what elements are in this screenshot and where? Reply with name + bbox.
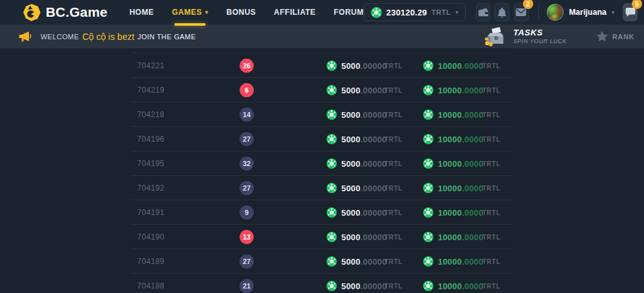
bet-amount-decimals: .00000	[361, 207, 387, 217]
table-row[interactable]: 704219 6 5000.00000 TRTL 10000.0000 TRTL	[131, 77, 513, 102]
coin-icon	[423, 134, 433, 144]
win-amount-main: 10000	[438, 256, 462, 266]
messages-badge: 2	[523, 0, 533, 9]
result-badge: 9	[240, 205, 254, 220]
result-badge: 26	[240, 59, 254, 73]
chat-icon	[625, 8, 636, 17]
bet-amount-decimals: .00000	[361, 232, 387, 241]
bet-amount-decimals: .00000	[361, 61, 387, 70]
win-amount-main: 10000	[438, 134, 462, 144]
bet-amount: 5000.00000	[341, 207, 387, 217]
bet-amount-main: 5000	[341, 183, 361, 193]
win-amount-decimals: .0000	[462, 134, 484, 144]
coin-icon	[327, 183, 337, 193]
bet-amount: 5000.00000	[341, 61, 387, 70]
win-amount-main: 10000	[438, 183, 462, 193]
table-row[interactable]: 704218 14 5000.00000 TRTL 10000.0000 TRT…	[131, 102, 513, 126]
result-badge: 6	[240, 83, 254, 97]
bet-id: 704221	[137, 61, 164, 70]
bet-currency: TRTL	[384, 111, 402, 118]
win-amount: 10000.0000	[438, 207, 484, 217]
win-amount: 10000.0000	[438, 232, 484, 241]
table-row[interactable]: 704196 27 5000.00000 TRTL 10000.0000 TRT…	[131, 126, 513, 151]
wallet-button[interactable]	[476, 3, 491, 21]
star-icon	[596, 31, 608, 42]
notifications-button[interactable]	[495, 3, 509, 21]
bet-amount-decimals: .00000	[361, 158, 387, 168]
nav-home[interactable]: HOME	[129, 0, 154, 24]
win-amount-decimals: .0000	[462, 232, 484, 241]
win-amount-decimals: .0000	[462, 183, 484, 193]
win-amount: 10000.0000	[438, 61, 484, 70]
avatar	[547, 4, 564, 21]
nav-bonus[interactable]: BONUS	[226, 0, 256, 24]
user-menu[interactable]: Marijuana ▾	[547, 4, 614, 21]
result-badge: 13	[240, 230, 254, 244]
coin-icon	[327, 207, 337, 218]
coin-icon	[327, 256, 337, 267]
win-currency: TRTL	[482, 62, 500, 69]
tasks-widget[interactable]: TASKS SPIN YOUR LUCK	[484, 27, 567, 46]
bet-amount: 5000.00000	[341, 109, 387, 119]
win-amount: 10000.0000	[438, 256, 484, 266]
rank-label: RANK	[612, 33, 634, 41]
table-row[interactable]: 704189 27 5000.00000 TRTL 10000.0000 TRT…	[131, 249, 513, 273]
bet-amount-decimals: .00000	[361, 85, 387, 95]
table-row[interactable]: 704190 13 5000.00000 TRTL 10000.0000 TRT…	[131, 224, 513, 249]
coin-icon	[423, 183, 433, 193]
result-badge: 14	[240, 108, 254, 122]
win-currency: TRTL	[482, 209, 500, 216]
win-amount-main: 10000	[438, 232, 462, 241]
bet-amount-main: 5000	[341, 281, 361, 290]
win-currency: TRTL	[482, 233, 500, 240]
welcome-text: WELCOME	[41, 33, 79, 41]
chat-button[interactable]: 5	[623, 3, 638, 21]
nav-affiliate[interactable]: AFFILIATE	[274, 0, 316, 24]
win-amount-decimals: .0000	[462, 85, 484, 95]
bets-table: 704221 26 5000.00000 TRTL 10000.0000 TRT…	[131, 53, 513, 293]
bet-currency: TRTL	[384, 62, 402, 69]
brand-logo[interactable]: BC.Game	[23, 4, 108, 21]
table-row[interactable]: 704221 26 5000.00000 TRTL 10000.0000 TRT…	[131, 53, 513, 77]
bet-id: 704196	[137, 135, 164, 144]
coin-icon	[327, 281, 337, 291]
bet-amount-main: 5000	[341, 85, 361, 95]
win-amount-main: 10000	[438, 158, 462, 168]
win-amount: 10000.0000	[438, 158, 484, 168]
bet-amount-main: 5000	[341, 158, 361, 168]
win-amount-decimals: .0000	[462, 256, 484, 266]
table-row[interactable]: 704195 32 5000.00000 TRTL 10000.0000 TRT…	[131, 151, 513, 175]
chevron-down-icon: ▾	[612, 9, 615, 15]
bet-id: 704190	[137, 232, 164, 241]
balance-selector[interactable]: 230120.29 TRTL ▾	[364, 3, 466, 21]
bet-id: 704188	[137, 281, 164, 290]
tasks-title: TASKS	[513, 28, 567, 38]
bet-currency: TRTL	[384, 209, 402, 216]
win-currency: TRTL	[482, 160, 500, 167]
bet-amount: 5000.00000	[341, 232, 387, 241]
bet-amount-main: 5000	[341, 232, 361, 241]
win-amount-decimals: .0000	[462, 281, 484, 290]
bet-amount: 5000.00000	[341, 281, 387, 290]
table-row[interactable]: 704191 9 5000.00000 TRTL 10000.0000 TRTL	[131, 200, 513, 224]
messages-button[interactable]: 2	[514, 3, 529, 21]
bet-amount: 5000.00000	[341, 158, 387, 168]
win-amount: 10000.0000	[438, 183, 484, 193]
nav-games[interactable]: GAMES▾	[172, 0, 209, 24]
coin-icon	[423, 85, 433, 95]
bet-amount-main: 5000	[341, 207, 361, 217]
nav-forum[interactable]: FORUM	[334, 0, 364, 24]
win-currency: TRTL	[482, 86, 500, 93]
coin-icon	[327, 61, 337, 71]
win-amount: 10000.0000	[438, 134, 484, 144]
rank-widget[interactable]: RANK	[596, 31, 634, 42]
win-amount: 10000.0000	[438, 85, 484, 95]
bet-currency: TRTL	[384, 135, 402, 142]
win-amount: 10000.0000	[438, 109, 484, 119]
coin-icon	[423, 207, 433, 218]
win-amount-decimals: .0000	[462, 158, 484, 168]
bet-amount: 5000.00000	[341, 183, 387, 193]
table-row[interactable]: 704188 21 5000.00000 TRTL 10000.0000 TRT…	[131, 273, 513, 293]
table-row[interactable]: 704192 27 5000.00000 TRTL 10000.0000 TRT…	[131, 175, 513, 200]
mail-icon	[516, 8, 526, 16]
